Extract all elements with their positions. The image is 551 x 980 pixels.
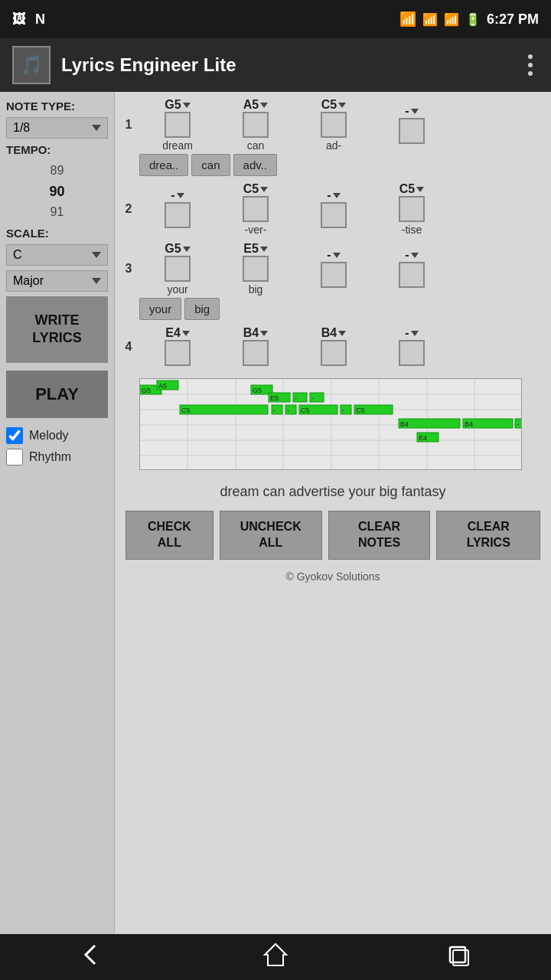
- rhythm-checkbox[interactable]: [6, 449, 23, 466]
- check-all-button[interactable]: CHECK ALL: [126, 511, 214, 560]
- pill-3-1[interactable]: your: [139, 298, 181, 320]
- home-icon: [262, 941, 289, 969]
- note-checkbox-2-3[interactable]: [321, 202, 347, 228]
- play-button[interactable]: PLAY: [6, 371, 108, 418]
- note-arrow-1-1-icon[interactable]: [183, 103, 191, 108]
- pill-1-1[interactable]: drea..: [139, 154, 188, 176]
- svg-text:C5: C5: [356, 407, 365, 414]
- note-arrow-2-4-icon[interactable]: [416, 187, 424, 192]
- note-checkbox-2-4[interactable]: [399, 196, 425, 222]
- note-checkbox-4-1[interactable]: [165, 340, 191, 366]
- note-cells-2: 2 - C5 -ver-: [119, 182, 546, 236]
- pill-1-2[interactable]: can: [191, 154, 230, 176]
- note-label-3-2: E5: [243, 242, 268, 256]
- note-arrow-1-3-icon[interactable]: [338, 103, 346, 108]
- note-arrow-3-2-icon[interactable]: [260, 247, 268, 252]
- note-arrow-3-1-icon[interactable]: [183, 247, 191, 252]
- recents-button[interactable]: [440, 941, 478, 974]
- note-arrow-4-3-icon[interactable]: [338, 331, 346, 336]
- tempo-90[interactable]: 90: [49, 181, 64, 203]
- pill-1-3[interactable]: adv..: [233, 154, 277, 176]
- status-right-icons: 📶 📶 📶 🔋 6:27 PM: [399, 11, 539, 28]
- note-checkbox-4-2[interactable]: [243, 340, 269, 366]
- note-cell-2-4: C5 -tise: [373, 182, 450, 236]
- clear-notes-button[interactable]: CLEAR NOTES: [328, 511, 431, 560]
- tempo-89[interactable]: 89: [51, 161, 64, 181]
- note-arrow-3-3-icon[interactable]: [333, 253, 341, 258]
- menu-button[interactable]: [522, 48, 539, 82]
- svg-text:B4: B4: [465, 420, 473, 428]
- note-checkbox-3-3[interactable]: [321, 262, 347, 288]
- note-arrow-1-2-icon[interactable]: [260, 103, 268, 108]
- lyric-pills-3: your big: [119, 298, 546, 320]
- note-checkbox-3-2[interactable]: [243, 256, 269, 282]
- note-cell-2-3: -: [295, 188, 372, 230]
- note-checkbox-1-1[interactable]: [165, 112, 191, 138]
- back-button[interactable]: [73, 941, 111, 974]
- svg-text:G5: G5: [142, 387, 151, 394]
- note-arrow-2-2-icon[interactable]: [260, 187, 268, 192]
- mode-value: Major: [13, 274, 44, 288]
- main-content: NOTE TYPE: 1/8 TEMPO: 89 90 91 SCALE: C …: [0, 92, 551, 934]
- row-number-3: 3: [119, 262, 138, 276]
- write-lyrics-button[interactable]: WRITE LYRICS: [6, 296, 108, 363]
- svg-rect-24: [180, 405, 268, 414]
- note-arrow-4-4-icon[interactable]: [411, 331, 419, 336]
- pill-3-2[interactable]: big: [184, 298, 220, 320]
- svg-text:G5: G5: [253, 387, 262, 394]
- note-arrow-3-4-icon[interactable]: [411, 253, 419, 258]
- note-arrow-4-2-icon[interactable]: [260, 331, 268, 336]
- word-1-3: ad-: [326, 139, 341, 152]
- tempo-91[interactable]: 91: [51, 202, 64, 222]
- note-label-2-1: -: [171, 188, 184, 202]
- home-button[interactable]: [256, 941, 295, 974]
- photo-icon: 🖼: [12, 11, 26, 28]
- note-checkbox-2-2[interactable]: [243, 196, 269, 222]
- svg-text:C5: C5: [181, 407, 191, 414]
- note-label-1-4: -: [405, 104, 418, 118]
- note-arrow-2-3-icon[interactable]: [333, 193, 341, 198]
- mode-dropdown[interactable]: Major: [6, 270, 108, 292]
- note-label-4-2: B4: [243, 326, 268, 340]
- note-cell-1-4: -: [373, 104, 450, 145]
- note-cells-1: 1 G5 dream A5 can: [119, 98, 546, 152]
- note-checkbox-1-2[interactable]: [243, 112, 269, 138]
- note-checkbox-3-4[interactable]: [399, 262, 425, 288]
- melody-checkbox[interactable]: [6, 427, 23, 444]
- note-arrow-1-4-icon[interactable]: [411, 109, 419, 114]
- note-checkbox-1-4[interactable]: [399, 118, 425, 144]
- note-cells-3: 3 G5 your E5 big: [119, 242, 546, 296]
- battery-icon: 🔋: [465, 12, 481, 27]
- svg-text:E5: E5: [270, 394, 279, 402]
- note-cell-1-1: G5 dream: [139, 98, 216, 152]
- tempo-label: TEMPO:: [6, 143, 108, 156]
- rhythm-label: Rhythm: [29, 450, 71, 464]
- note-checkbox-1-3[interactable]: [321, 112, 347, 138]
- svg-text:-: -: [311, 394, 314, 402]
- scale-value: C: [13, 248, 22, 262]
- note-arrow-4-1-icon[interactable]: [182, 331, 190, 336]
- clear-lyrics-button[interactable]: CLEAR LYRICS: [436, 511, 540, 560]
- note-type-arrow-icon: [92, 125, 101, 131]
- svg-marker-44: [265, 944, 286, 965]
- note-arrow-2-1-icon[interactable]: [177, 193, 184, 198]
- note-type-dropdown[interactable]: 1/8: [6, 117, 108, 139]
- left-panel: NOTE TYPE: 1/8 TEMPO: 89 90 91 SCALE: C …: [0, 92, 115, 934]
- note-checkbox-4-3[interactable]: [321, 340, 347, 366]
- uncheck-all-button[interactable]: UNCHECK ALL: [220, 511, 322, 560]
- note-checkbox-3-1[interactable]: [165, 256, 191, 282]
- svg-text:B4: B4: [400, 420, 409, 428]
- note-label-4-4: -: [405, 326, 418, 340]
- scale-dropdown[interactable]: C: [6, 244, 108, 266]
- title-bar: 🎵 Lyrics Engineer Lite: [0, 38, 551, 92]
- footer-credit: © Gyokov Solutions: [119, 567, 546, 584]
- note-checkbox-2-1[interactable]: [165, 202, 191, 228]
- svg-text:-: -: [342, 407, 344, 414]
- note-label-2-2: C5: [243, 182, 268, 196]
- svg-text:A5: A5: [158, 382, 167, 390]
- note-cell-4-1: E4: [139, 326, 216, 368]
- bottom-buttons: CHECK ALL UNCHECK ALL CLEAR NOTES CLEAR …: [119, 506, 546, 564]
- note-cell-3-4: -: [373, 248, 450, 289]
- note-checkbox-4-4[interactable]: [399, 340, 425, 366]
- mode-arrow-icon: [92, 278, 101, 284]
